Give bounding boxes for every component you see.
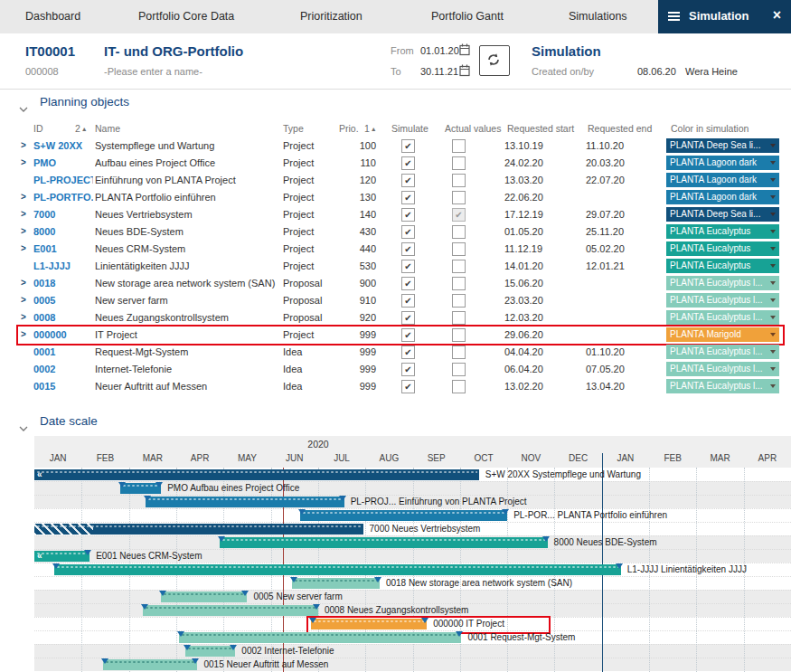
table-row[interactable]: >0008Neues ZugangskontrollsystemProposal…	[0, 309, 791, 327]
color-in-simulation-dropdown[interactable]: PLANTA Eucalyptus	[666, 241, 779, 256]
row-id-link[interactable]: L1-JJJJ	[33, 260, 93, 271]
row-expander-icon[interactable]: >	[21, 157, 26, 167]
color-in-simulation-dropdown[interactable]: PLANTA Eucalyptus l...	[666, 362, 779, 376]
row-expander-icon[interactable]: >	[21, 226, 26, 236]
col-requested-start[interactable]: Requested start	[507, 123, 574, 134]
actual-values-checkbox[interactable]	[452, 156, 466, 170]
row-id-link[interactable]: 7000	[33, 209, 93, 220]
calendar-icon[interactable]	[459, 64, 470, 80]
actual-values-checkbox[interactable]	[452, 363, 466, 376]
color-in-simulation-dropdown[interactable]: PLANTA Deep Sea li...	[666, 207, 779, 222]
collapse-chevron-icon[interactable]	[19, 420, 28, 436]
row-id-link[interactable]: 0015	[33, 381, 93, 392]
row-id-link[interactable]: 0005	[33, 295, 93, 306]
simulate-checkbox[interactable]: ✔	[401, 191, 415, 204]
simulate-checkbox[interactable]: ✔	[401, 208, 415, 222]
table-row[interactable]: >PL-PORTFO...PLANTA Portfolio einführenP…	[0, 189, 791, 206]
col-id-sort[interactable]: 2▲	[75, 123, 88, 134]
simulate-checkbox[interactable]: ✔	[401, 174, 415, 187]
to-date-field[interactable]: 30.11.21	[420, 66, 458, 77]
col-prio[interactable]: Prio.	[339, 123, 359, 134]
color-in-simulation-dropdown[interactable]: PLANTA Lagoon dark	[666, 156, 779, 170]
table-row[interactable]: >S+W 20XXSystempflege und WartungProject…	[0, 137, 791, 155]
collapse-chevron-icon[interactable]	[19, 100, 28, 117]
actual-values-checkbox[interactable]	[452, 311, 466, 325]
table-row[interactable]: 0001Request-Mgt-SystemIdea999✔04.04.2001…	[0, 344, 791, 361]
simulate-checkbox[interactable]: ✔	[401, 311, 415, 325]
table-row[interactable]: PL-PROJECTEinführung von PLANTA ProjectP…	[0, 172, 791, 189]
gantt-bar[interactable]: «	[34, 551, 89, 562]
color-in-simulation-dropdown[interactable]: PLANTA Eucalyptus	[666, 224, 779, 239]
row-id-link[interactable]: 0008	[33, 312, 93, 323]
row-expander-icon[interactable]: >	[21, 312, 26, 322]
actual-values-checkbox[interactable]	[452, 294, 466, 308]
table-row[interactable]: 0015Neuer Auftritt auf MessenIdea999✔13.…	[0, 378, 791, 395]
portfolio-name-placeholder[interactable]: -Please enter a name-	[104, 66, 202, 77]
simulate-checkbox[interactable]: ✔	[401, 242, 415, 256]
actual-values-checkbox[interactable]	[452, 260, 466, 273]
close-icon[interactable]: ×	[773, 7, 781, 24]
row-id-link[interactable]: 8000	[33, 226, 93, 237]
actual-values-checkbox[interactable]	[452, 242, 466, 256]
table-row[interactable]: >PMOAufbau eines Project OfficeProject11…	[0, 155, 791, 172]
col-color-in-simulation[interactable]: Color in simulation	[671, 123, 749, 134]
simulate-checkbox[interactable]: ✔	[401, 277, 415, 290]
table-row[interactable]: >000000IT ProjectProject999✔29.06.20PLAN…	[0, 327, 791, 344]
actual-values-checkbox[interactable]	[452, 191, 466, 204]
gantt-bar[interactable]	[220, 537, 548, 548]
gantt-bar[interactable]	[185, 646, 235, 657]
simulate-checkbox[interactable]: ✔	[401, 294, 415, 308]
row-id-link[interactable]: 0018	[33, 278, 93, 289]
row-id-link[interactable]: E001	[33, 243, 93, 254]
row-expander-icon[interactable]: >	[21, 243, 26, 253]
row-expander-icon[interactable]: >	[21, 140, 26, 150]
color-in-simulation-dropdown[interactable]: PLANTA Eucalyptus l...	[666, 310, 779, 325]
refresh-button[interactable]	[479, 45, 510, 76]
row-id-link[interactable]: 0002	[33, 364, 93, 374]
color-in-simulation-dropdown[interactable]: PLANTA Lagoon dark	[666, 173, 779, 187]
simulate-checkbox[interactable]: ✔	[401, 260, 415, 273]
nav-item-portfolio-gantt[interactable]: Portfolio Gantt	[431, 10, 504, 23]
col-name[interactable]: Name	[95, 123, 120, 134]
gantt-bar[interactable]	[311, 619, 427, 629]
col-requested-end[interactable]: Requested end	[588, 123, 652, 134]
color-in-simulation-dropdown[interactable]: PLANTA Eucalyptus	[666, 259, 779, 273]
actual-values-checkbox[interactable]	[452, 380, 466, 393]
nav-item-portfolio-core-data[interactable]: Portfolio Core Data	[138, 10, 234, 23]
nav-item-simulations[interactable]: Simulations	[569, 10, 627, 23]
col-id[interactable]: ID	[33, 123, 43, 134]
color-in-simulation-dropdown[interactable]: PLANTA Marigold	[666, 327, 779, 342]
simulate-checkbox[interactable]: ✔	[401, 345, 415, 359]
col-simulate[interactable]: Simulate	[391, 123, 428, 134]
actual-values-checkbox[interactable]	[452, 345, 466, 359]
row-expander-icon[interactable]: >	[21, 295, 26, 305]
gantt-bar[interactable]	[146, 497, 344, 507]
row-expander-icon[interactable]: >	[21, 278, 26, 288]
tab-simulation-active[interactable]: Simulation ×	[658, 0, 791, 33]
simulate-checkbox[interactable]: ✔	[401, 156, 415, 170]
table-row[interactable]: >0018New storage area network system (SA…	[0, 275, 791, 292]
gantt-bar[interactable]	[103, 659, 198, 670]
gantt-bar[interactable]	[120, 483, 161, 494]
color-in-simulation-dropdown[interactable]: PLANTA Lagoon dark	[666, 190, 779, 204]
color-in-simulation-dropdown[interactable]: PLANTA Deep Sea li...	[666, 138, 779, 153]
from-date-field[interactable]: 01.01.20	[420, 45, 459, 56]
actual-values-checkbox[interactable]	[452, 328, 466, 342]
table-row[interactable]: >0005New server farmProposal910✔23.03.20…	[0, 292, 791, 309]
table-row[interactable]: L1-JJJJLinientätigkeiten JJJJProject530✔…	[0, 258, 791, 275]
row-id-link[interactable]: PL-PORTFO...	[33, 192, 93, 203]
color-in-simulation-dropdown[interactable]: PLANTA Eucalyptus l...	[666, 293, 779, 308]
calendar-icon[interactable]	[459, 43, 470, 60]
simulate-checkbox[interactable]: ✔	[401, 328, 415, 342]
row-id-link[interactable]: PMO	[33, 157, 93, 168]
table-row[interactable]: 0002Internet-TelefonieIdea999✔06.04.2007…	[0, 361, 791, 378]
simulate-checkbox[interactable]: ✔	[401, 363, 415, 376]
row-expander-icon[interactable]: >	[21, 329, 26, 339]
gantt-bar[interactable]	[161, 592, 247, 602]
color-in-simulation-dropdown[interactable]: PLANTA Eucalyptus l...	[666, 345, 779, 359]
nav-item-dashboard[interactable]: Dashboard	[25, 10, 80, 23]
row-expander-icon[interactable]: >	[21, 209, 26, 219]
gantt-bar[interactable]	[143, 605, 318, 616]
row-id-link[interactable]: S+W 20XX	[33, 140, 93, 151]
actual-values-checkbox[interactable]	[452, 225, 466, 239]
